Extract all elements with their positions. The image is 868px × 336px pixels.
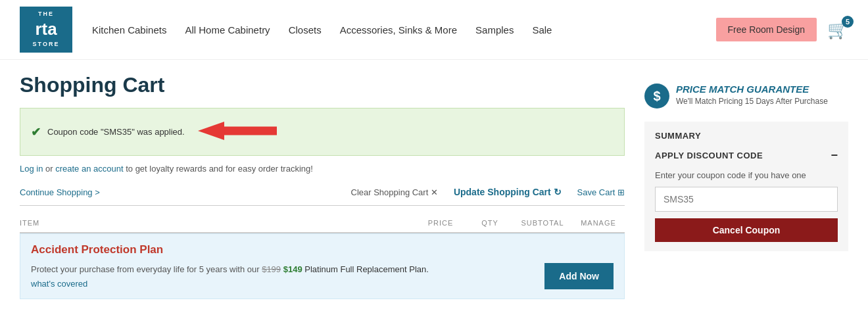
logo-store: STORE: [33, 41, 60, 49]
cart-icon-wrap[interactable]: 🛒 5: [827, 20, 848, 40]
clear-cart-button[interactable]: Clear Shopping Cart ✕: [351, 187, 438, 197]
login-link[interactable]: Log in: [20, 164, 43, 174]
nav-item-all-home-cabinetry[interactable]: All Home Cabinetry: [185, 24, 270, 36]
logo[interactable]: THE rta STORE: [20, 7, 72, 53]
price-new: $149: [283, 264, 302, 274]
product-title: Accident Protection Plan: [31, 243, 614, 256]
nav-item-samples[interactable]: Samples: [475, 24, 514, 36]
logo-the: THE: [38, 11, 54, 18]
cancel-coupon-button[interactable]: Cancel Coupon: [655, 218, 838, 242]
coupon-banner: ✔ Coupon code "SMS35" was applied.: [20, 108, 625, 156]
check-icon: ✔: [31, 125, 41, 139]
logo-rta: rta: [35, 18, 57, 41]
nav-item-sale[interactable]: Sale: [532, 24, 552, 36]
th-qty: QTY: [467, 219, 513, 227]
product-desc-wrap: Protect your purchase from everyday life…: [31, 264, 538, 289]
login-line: Log in or create an account to get loyal…: [20, 164, 625, 174]
coupon-applied-text: Coupon code "SMS35" was applied.: [47, 127, 185, 137]
continue-shopping-button[interactable]: Continue Shopping >: [20, 187, 100, 197]
page-title: Shopping Cart: [20, 73, 625, 97]
main-content: Shopping Cart ✔ Coupon code "SMS35" was …: [0, 60, 868, 319]
nav-item-closets[interactable]: Closets: [289, 24, 322, 36]
th-price: PRICE: [414, 219, 467, 227]
svg-marker-1: [198, 122, 224, 140]
price-old: $199: [262, 264, 281, 274]
discount-row: APPLY DISCOUNT CODE −: [655, 149, 838, 162]
th-item: ITEM: [20, 219, 414, 227]
save-cart-button[interactable]: Save Cart ⊞: [577, 187, 625, 197]
coupon-input[interactable]: [655, 187, 838, 212]
summary-section: SUMMARY APPLY DISCOUNT CODE − Enter your…: [644, 122, 848, 251]
price-match-title: PRICE MATCH GUARANTEE: [676, 84, 828, 95]
update-cart-button[interactable]: Update Shopping Cart ↻: [454, 187, 562, 197]
th-subtotal: SUBTOTAL: [513, 219, 572, 227]
create-account-link[interactable]: create an account: [55, 164, 123, 174]
product-row: Accident Protection Plan Protect your pu…: [20, 233, 625, 299]
minus-icon[interactable]: −: [831, 149, 838, 162]
red-arrow-svg: [198, 116, 277, 145]
table-header: ITEM PRICE QTY SUBTOTAL MANAGE: [20, 214, 625, 233]
free-room-design-button[interactable]: Free Room Design: [716, 18, 817, 41]
cart-actions: Continue Shopping > Clear Shopping Cart …: [20, 187, 625, 206]
whats-covered-link[interactable]: what's covered: [31, 279, 87, 289]
add-now-button[interactable]: Add Now: [544, 263, 614, 289]
price-match-text: PRICE MATCH GUARANTEE We'll Match Pricin…: [676, 84, 828, 106]
right-column: $ PRICE MATCH GUARANTEE We'll Match Pric…: [644, 73, 848, 299]
product-row-inner: Protect your purchase from everyday life…: [31, 263, 614, 289]
price-match-box: $ PRICE MATCH GUARANTEE We'll Match Pric…: [644, 73, 848, 122]
left-column: Shopping Cart ✔ Coupon code "SMS35" was …: [20, 73, 644, 299]
svg-rect-0: [224, 127, 277, 135]
product-desc-pre: Protect your purchase from everyday life…: [31, 264, 429, 274]
login-line-post: to get loyalty rewards and for easy orde…: [124, 164, 313, 174]
discount-label: APPLY DISCOUNT CODE: [655, 151, 763, 160]
arrow-icon: [198, 116, 277, 147]
header-right: Free Room Design 🛒 5: [716, 18, 849, 41]
price-match-sub: We'll Match Pricing 15 Days After Purcha…: [676, 97, 828, 106]
discount-sub: Enter your coupon code if you have one: [655, 170, 838, 180]
nav-item-accessories[interactable]: Accessories, Sinks & More: [340, 24, 457, 36]
summary-label: SUMMARY: [655, 131, 838, 141]
header: THE rta STORE Kitchen Cabinets All Home …: [0, 0, 868, 60]
main-nav: Kitchen Cabinets All Home Cabinetry Clos…: [92, 24, 716, 36]
cart-badge: 5: [842, 16, 854, 28]
th-manage: MANAGE: [572, 219, 625, 227]
dollar-circle: $: [644, 84, 669, 108]
nav-item-kitchen-cabinets[interactable]: Kitchen Cabinets: [92, 24, 166, 36]
